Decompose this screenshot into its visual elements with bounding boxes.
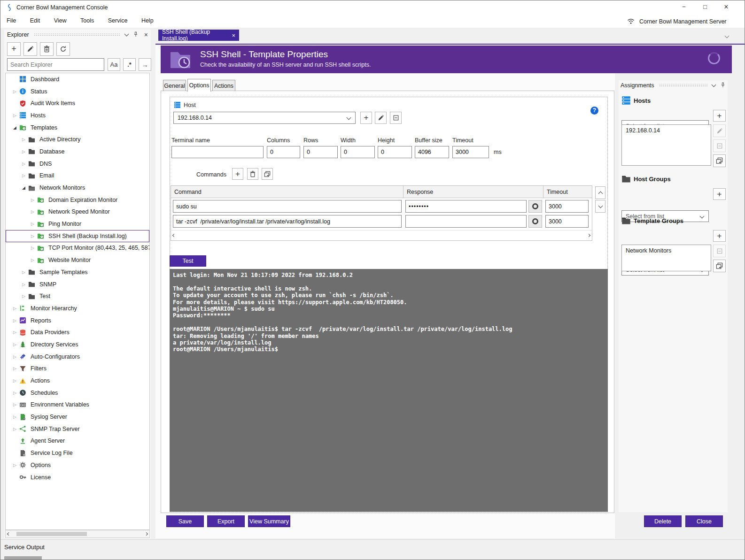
tree-item-database[interactable]: ▷Database: [6, 146, 149, 158]
expand-arrow-icon[interactable]: ▷: [11, 402, 19, 407]
tree-item-sample-templates[interactable]: ▷Sample Templates: [6, 266, 149, 278]
expand-arrow-icon[interactable]: ▷: [29, 222, 37, 226]
template-groups-listbox[interactable]: Network Monitors: [621, 245, 711, 271]
minimize-button[interactable]: −: [677, 2, 691, 13]
tree-item-options[interactable]: ▷Options: [6, 459, 149, 471]
copy-template-group-button[interactable]: [713, 260, 726, 272]
scrollbar-thumb[interactable]: [16, 532, 87, 536]
view-summary-button[interactable]: View Summary: [248, 515, 290, 527]
column-header-timeout[interactable]: Timeout: [543, 186, 592, 198]
command-input[interactable]: [173, 215, 402, 228]
copy-host-assignment-button[interactable]: [713, 154, 726, 167]
column-header-response[interactable]: Response: [404, 186, 543, 198]
tree-item-network-speed-monitor[interactable]: ▷Network Speed Monitor: [6, 206, 149, 218]
close-button[interactable]: Close: [685, 515, 723, 527]
tree-item-actions[interactable]: ▷Actions: [6, 375, 149, 387]
add-template-group-button[interactable]: +: [713, 230, 726, 242]
tree-item-agent-server[interactable]: Agent Server: [6, 435, 149, 447]
explorer-h-scrollbar[interactable]: [5, 530, 150, 538]
tree-item-tcp-port-monitor-80-443-25-465-587-14[interactable]: ▷TCP Port Monitor (80,443, 25, 465, 587,…: [6, 242, 149, 254]
add-button[interactable]: +: [7, 42, 21, 56]
refresh-button[interactable]: [56, 42, 70, 56]
edit-button[interactable]: [23, 42, 37, 56]
tree-item-monitor-hierarchy[interactable]: ▷Monitor Hierarchy: [6, 302, 149, 315]
tree-item-templates[interactable]: ◢Templates: [6, 122, 149, 134]
tree-item-email[interactable]: ▷Email: [6, 170, 149, 182]
host-select[interactable]: 192.168.0.14: [173, 112, 356, 124]
show-response-eye-button[interactable]: [528, 215, 542, 228]
copy-command-button[interactable]: [262, 168, 273, 180]
tree-item-ping-monitor[interactable]: ▷Ping Monitor: [6, 218, 149, 230]
tree-item-service-log-file[interactable]: Service Log File: [6, 447, 149, 459]
column-header-command[interactable]: Command: [171, 186, 404, 198]
expand-arrow-icon[interactable]: ▷: [11, 306, 19, 311]
pin-icon[interactable]: [720, 82, 726, 89]
hosts-listbox[interactable]: 192.168.0.14: [621, 124, 711, 166]
expand-arrow-icon[interactable]: ▷: [29, 258, 37, 262]
menu-item-edit[interactable]: Edit: [24, 15, 47, 24]
close-panel-icon[interactable]: ×: [144, 31, 148, 38]
tree-item-license[interactable]: License: [6, 471, 149, 483]
remove-host-button[interactable]: [390, 112, 402, 124]
terminal-name-input[interactable]: [171, 146, 264, 158]
menu-item-tools[interactable]: Tools: [74, 15, 100, 24]
rows-input[interactable]: [303, 146, 338, 158]
service-output-tab-stub[interactable]: [4, 556, 42, 560]
template-group-list-item[interactable]: Network Monitors: [626, 247, 707, 254]
move-command-up-button[interactable]: [595, 186, 605, 199]
delete-button[interactable]: Delete: [644, 515, 682, 527]
remove-template-group-button[interactable]: [713, 245, 726, 257]
expand-arrow-icon[interactable]: ▷: [20, 270, 28, 275]
command-timeout-input[interactable]: [545, 215, 589, 228]
scroll-left-icon[interactable]: [172, 233, 176, 237]
edit-host-button[interactable]: [375, 112, 387, 124]
columns-input[interactable]: [267, 146, 300, 158]
tree-item-dns[interactable]: ▷DNS: [6, 158, 149, 170]
delete-command-button[interactable]: [247, 168, 258, 180]
chevron-down-icon[interactable]: [124, 32, 129, 37]
add-host-button[interactable]: +: [360, 112, 372, 124]
tab-options[interactable]: Options: [187, 79, 211, 92]
show-response-eye-button[interactable]: [528, 200, 542, 213]
tree-item-auto-configurators[interactable]: ▷Auto-Configurators: [6, 351, 149, 363]
delete-button[interactable]: [40, 42, 54, 56]
expand-arrow-icon[interactable]: ▷: [20, 173, 28, 178]
maximize-button[interactable]: □: [698, 2, 712, 13]
menu-item-file[interactable]: File: [0, 15, 22, 24]
tab-actions[interactable]: Actions: [212, 80, 235, 91]
commands-h-scrollbar[interactable]: [171, 230, 592, 240]
match-case-button[interactable]: Aa: [108, 58, 120, 71]
tree-item-snmp-trap-server[interactable]: ▷SNMP Trap Server: [6, 423, 149, 435]
panel-drag-handle[interactable]: [659, 84, 707, 87]
expand-arrow-icon[interactable]: ▷: [29, 198, 37, 202]
tab-general[interactable]: General: [163, 80, 186, 91]
add-host-group-button[interactable]: +: [713, 188, 726, 200]
timeout-input[interactable]: [452, 146, 489, 158]
collapse-arrow-icon[interactable]: ◢: [20, 185, 28, 190]
add-host-assignment-button[interactable]: +: [713, 110, 726, 122]
expand-arrow-icon[interactable]: ▷: [11, 414, 19, 419]
response-input[interactable]: [405, 215, 527, 228]
expand-arrow-icon[interactable]: ▷: [20, 282, 28, 287]
tree-item-network-monitors[interactable]: ◢Network Monitors: [6, 182, 149, 194]
expand-arrow-icon[interactable]: ▷: [11, 427, 19, 431]
expand-arrow-icon[interactable]: ▷: [29, 234, 37, 238]
tree-item-directory-services[interactable]: ▷Directory Services: [6, 338, 149, 351]
tree-item-hosts[interactable]: ▷Hosts: [6, 109, 149, 122]
tree-item-domain-expiration-monitor[interactable]: ▷Domain Expiration Monitor: [6, 194, 149, 206]
expand-arrow-icon[interactable]: ▷: [11, 391, 19, 395]
tree-item-test[interactable]: ▷Test: [6, 290, 149, 302]
scroll-left-icon[interactable]: [7, 532, 10, 536]
chevron-down-icon[interactable]: [712, 83, 716, 87]
expand-arrow-icon[interactable]: ▷: [11, 113, 19, 118]
tree-item-dashboard[interactable]: Dashboard: [6, 73, 149, 85]
tree-item-schedules[interactable]: ▷Schedules: [6, 387, 149, 399]
expand-arrow-icon[interactable]: ▷: [11, 354, 19, 359]
tree-item-data-providers[interactable]: ▷Data Providers: [6, 326, 149, 338]
tree-item-environment-variables[interactable]: ▷(x)Environment Variables: [6, 399, 149, 411]
expand-arrow-icon[interactable]: ▷: [20, 137, 28, 142]
expand-arrow-icon[interactable]: ▷: [11, 89, 19, 94]
tree-item-status[interactable]: ▷Status: [6, 85, 149, 98]
remove-host-assignment-button[interactable]: [713, 139, 726, 152]
collapse-arrow-icon[interactable]: ◢: [11, 125, 19, 130]
